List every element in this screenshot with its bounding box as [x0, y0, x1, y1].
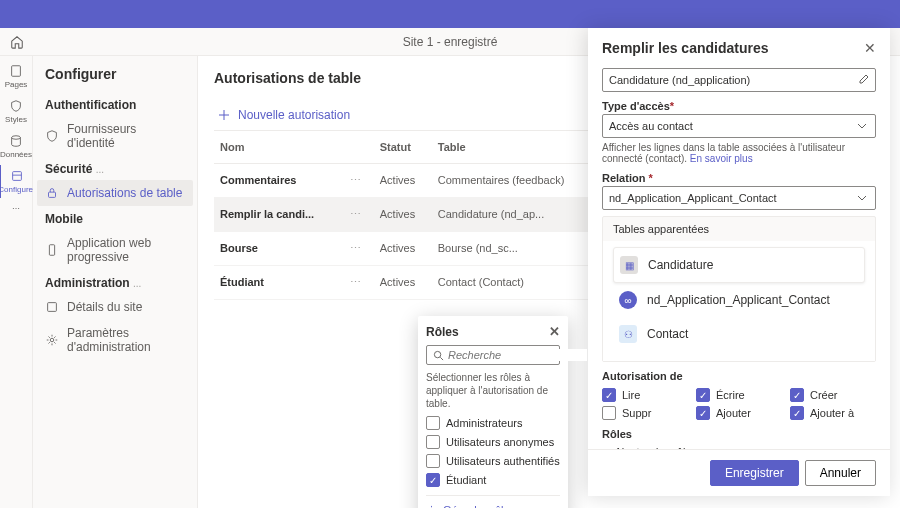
svg-rect-0: [12, 66, 21, 77]
rail-styles[interactable]: Styles: [0, 95, 33, 128]
rail-label: Pages: [5, 80, 28, 89]
close-icon[interactable]: ✕: [864, 40, 876, 56]
svg-rect-2: [13, 172, 22, 181]
perm-checkbox-suppr[interactable]: Suppr: [602, 406, 688, 420]
svg-point-6: [50, 338, 54, 342]
checkbox-icon[interactable]: [696, 388, 710, 402]
svg-rect-5: [48, 303, 57, 312]
sidebar-section-mobile: Mobile: [37, 206, 193, 230]
svg-rect-3: [49, 192, 56, 197]
rail-data[interactable]: Données: [0, 130, 33, 163]
perm-checkbox-écrire[interactable]: Écrire: [696, 388, 782, 402]
roles-popup-title: Rôles: [426, 325, 459, 339]
col-status[interactable]: Statut: [374, 131, 432, 164]
checkbox-icon[interactable]: [602, 406, 616, 420]
sidebar-item-admin-settings[interactable]: Paramètres d'administration: [37, 320, 193, 360]
sq-icon: ▦: [620, 256, 638, 274]
related-item[interactable]: ⚇Contact: [613, 317, 865, 351]
manage-roles-link[interactable]: Gérer les rôles: [426, 495, 560, 508]
perm-checkbox-lire[interactable]: Lire: [602, 388, 688, 402]
sidebar-item-label: Détails du site: [67, 300, 142, 314]
learn-more-link[interactable]: En savoir plus: [690, 153, 753, 164]
info-icon: [45, 300, 59, 314]
sidebar: Configurer Authentification Fournisseurs…: [33, 56, 198, 508]
checkbox-icon[interactable]: [426, 473, 440, 487]
close-icon[interactable]: ✕: [549, 324, 560, 339]
sidebar-item-pwa[interactable]: Application web progressive: [37, 230, 193, 270]
role-option[interactable]: Étudiant: [426, 473, 560, 487]
svg-point-1: [12, 136, 21, 140]
checkbox-icon[interactable]: [602, 388, 616, 402]
checkbox-icon[interactable]: [426, 454, 440, 468]
gear-icon: [45, 333, 59, 347]
access-hint: Afficher les lignes dans la table associ…: [602, 142, 876, 164]
edit-icon[interactable]: ...: [96, 164, 104, 175]
svg-point-8: [434, 351, 440, 357]
perm-checkbox-créer[interactable]: Créer: [790, 388, 876, 402]
relation-select[interactable]: nd_Application_Applicant_Contact: [602, 186, 876, 210]
name-field[interactable]: [602, 68, 876, 92]
shield-icon: [45, 129, 59, 143]
roles-search-input[interactable]: [448, 349, 587, 361]
row-menu[interactable]: ⋯: [344, 266, 374, 300]
edit-icon[interactable]: [858, 73, 870, 85]
row-menu[interactable]: ⋯: [344, 198, 374, 232]
gear-icon: [426, 505, 437, 509]
phone-icon: [45, 243, 59, 257]
checkbox-icon[interactable]: [790, 388, 804, 402]
rail-label: Styles: [5, 115, 27, 124]
col-table[interactable]: Table: [432, 131, 601, 164]
row-menu[interactable]: ⋯: [344, 164, 374, 198]
rail-configure[interactable]: Configurer: [0, 165, 32, 198]
roles-popup: Rôles ✕ Sélectionner les rôles à appliqu…: [418, 316, 568, 508]
sidebar-section-auth: Authentification: [37, 92, 193, 116]
checkbox-icon[interactable]: [790, 406, 804, 420]
sidebar-item-site-details[interactable]: Détails du site: [37, 294, 193, 320]
settings-icon: [10, 169, 24, 183]
lock-icon: [45, 186, 59, 200]
edit-icon[interactable]: ...: [133, 278, 141, 289]
permissions-label: Autorisation de: [602, 370, 876, 382]
checkbox-icon[interactable]: [426, 416, 440, 430]
plus-icon: [218, 109, 230, 121]
perm-checkbox-ajouter[interactable]: Ajouter: [696, 406, 782, 420]
roles-label: Rôles: [602, 428, 876, 440]
sidebar-item-label: Application web progressive: [67, 236, 185, 264]
checkbox-icon[interactable]: [696, 406, 710, 420]
related-item[interactable]: ∞nd_Application_Applicant_Contact: [613, 283, 865, 317]
sidebar-item-label: Paramètres d'administration: [67, 326, 185, 354]
save-button[interactable]: Enregistrer: [710, 460, 799, 486]
sidebar-item-table-permissions[interactable]: Autorisations de table: [37, 180, 193, 206]
access-type-label: Type d'accès*: [602, 100, 876, 112]
role-option[interactable]: Utilisateurs anonymes: [426, 435, 560, 449]
ellipsis-icon: ⋯: [12, 204, 20, 213]
roles-search[interactable]: [426, 345, 560, 365]
access-type-select[interactable]: Accès au contact: [602, 114, 876, 138]
top-accent-bar: [0, 0, 900, 28]
edit-permission-panel: Remplir les candidatures ✕ Type d'accès*…: [588, 28, 890, 496]
home-button[interactable]: [0, 28, 33, 56]
home-icon: [10, 35, 24, 49]
panel-title: Remplir les candidatures: [602, 40, 769, 56]
checkbox-icon[interactable]: [426, 435, 440, 449]
rail-more[interactable]: ⋯: [0, 200, 33, 217]
related-tables-title: Tables apparentées: [603, 217, 875, 241]
cancel-button[interactable]: Annuler: [805, 460, 876, 486]
rail-nav: Pages Styles Données Configurer ⋯: [0, 56, 33, 508]
link-icon: ∞: [619, 291, 637, 309]
rail-pages[interactable]: Pages: [0, 60, 33, 93]
sidebar-section-security: Sécurité ...: [37, 156, 193, 180]
relation-label: Relation *: [602, 172, 876, 184]
sidebar-item-identity-providers[interactable]: Fournisseurs d'identité: [37, 116, 193, 156]
sidebar-section-admin: Administration ...: [37, 270, 193, 294]
sidebar-item-label: Autorisations de table: [67, 186, 182, 200]
sidebar-title: Configurer: [37, 66, 193, 92]
role-option[interactable]: Administrateurs: [426, 416, 560, 430]
col-name[interactable]: Nom: [214, 131, 344, 164]
perm-checkbox-ajouter à[interactable]: Ajouter à: [790, 406, 876, 420]
page-icon: [9, 64, 23, 78]
related-item[interactable]: ▦Candidature: [613, 247, 865, 283]
role-option[interactable]: Utilisateurs authentifiés: [426, 454, 560, 468]
roles-popup-hint: Sélectionner les rôles à appliquer à l'a…: [426, 371, 560, 410]
row-menu[interactable]: ⋯: [344, 232, 374, 266]
